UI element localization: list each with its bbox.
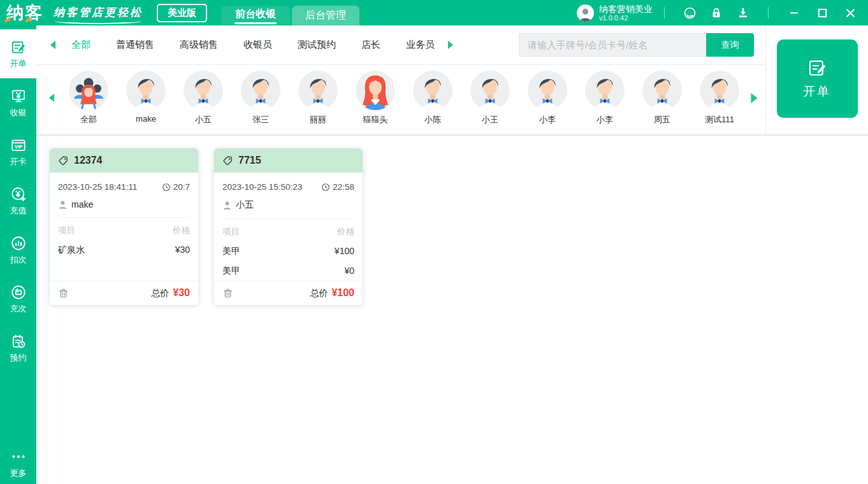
filter-scroll-right-icon[interactable] [446,39,456,51]
filter-tab-senior-sales[interactable]: 高级销售 [180,39,218,51]
filter-tab-salesman[interactable]: 业务员 [406,39,435,51]
slogan-text: 纳客管店更轻松 [54,5,143,21]
staff-name: 小陈 [424,114,441,125]
staff-filter-item[interactable]: 小陈 [404,71,461,125]
staff-name: 周五 [654,114,670,125]
sidebar-item-refill-count[interactable]: 充次 [0,274,36,324]
staff-name: make [136,114,156,124]
staff-filter-item[interactable]: 猫猫头 [347,71,404,125]
sidebar-label: 预约 [10,352,27,364]
order-card-header: 7715 [214,148,363,173]
staff-filter-item[interactable]: 小王 [461,71,519,125]
total-amount: ¥30 [173,287,190,299]
staff-avatar [126,71,166,110]
lock-icon[interactable] [703,0,730,25]
filter-tab-manager[interactable]: 店长 [361,39,380,51]
sidebar-label: 更多 [10,467,27,479]
sidebar-label: 充值 [10,205,27,217]
edition-badge[interactable]: 美业版 [157,4,207,22]
item-name: 美甲 [222,246,240,257]
order-doc-pen-icon [10,39,27,55]
tab-label: 后台管理 [305,9,346,22]
order-tag-number: 12374 [74,155,103,166]
delete-order-button[interactable] [222,288,233,299]
filter-tab-all[interactable]: 全部 [71,39,90,51]
close-icon[interactable] [836,0,864,25]
trash-icon [222,288,233,299]
titlebar-right: 纳客营销美业 v1.0.0.42 [577,0,868,25]
order-staff-row: 小五 [222,199,354,211]
order-duration-wrap: 22:58 [321,182,354,192]
filter-tab-normal-sales[interactable]: 普通销售 [116,39,154,51]
tab-label: 前台收银 [235,8,276,21]
account-avatar[interactable] [577,4,594,22]
open-order-card[interactable]: 12374 2023-10-25 18:41:11 20:7 make [50,148,198,305]
staff-filter-item[interactable]: 测试111 [691,71,745,125]
column-price-label: 价格 [173,225,190,236]
header-zone: 全部 普通销售 高级销售 收银员 测试预约 店长 业务员 查询 [36,25,868,136]
filter-tab-test-booking[interactable]: 测试预约 [298,39,336,51]
staff-filter-item[interactable]: 丽丽 [289,71,347,125]
tab-front-cashier[interactable]: 前台收银 [221,6,290,25]
delete-order-button[interactable] [58,288,69,299]
window-controls [780,0,864,25]
staff-avatar [470,71,510,110]
filter-scroll-left-icon[interactable] [48,39,57,51]
search-input[interactable] [519,33,706,57]
staff-filter-item[interactable]: make [117,71,175,125]
sidebar-item-vip-card[interactable]: VIP 开卡 [0,127,36,176]
order-meta-row: 2023-10-25 18:41:11 20:7 [58,182,190,192]
filter-tab-cashier[interactable]: 收银员 [243,39,272,51]
new-order-button[interactable]: 开单 [777,39,858,118]
staff-name: 小王 [482,114,498,125]
order-card-header: 12374 [50,148,198,173]
open-order-card[interactable]: 7715 2023-10-25 15:50:23 22:58 小五 [214,148,363,305]
new-order-panel: 开单 [765,25,868,134]
staff-avatar [413,71,452,110]
tab-active-underline [235,22,277,24]
order-card-footer: 总价 ¥30 [50,281,198,305]
sidebar-item-recharge[interactable]: 充值 [0,176,36,225]
staff-filter-item[interactable]: 小李 [576,71,633,125]
new-order-label: 开单 [803,83,831,100]
item-price: ¥30 [175,245,190,256]
filter-toolbar: 全部 普通销售 高级销售 收银员 测试预约 店长 业务员 查询 [36,25,765,65]
staff-avatar [241,71,280,110]
search-button[interactable]: 查询 [706,33,754,57]
tab-back-admin[interactable]: 后台管理 [292,6,359,25]
total-label: 总价 [310,288,328,299]
staff-name: 丽丽 [310,114,326,125]
minimize-icon[interactable] [780,0,808,25]
maximize-icon[interactable] [808,0,836,25]
staff-filter-item[interactable]: 小五 [175,71,232,125]
person-icon [222,201,232,210]
sidebar-item-open-order[interactable]: 开单 [0,29,36,78]
order-list: 12374 2023-10-25 18:41:11 20:7 make [36,136,868,305]
order-total-wrap: 总价 ¥30 [151,287,190,299]
order-datetime: 2023-10-25 18:41:11 [58,182,137,192]
item-price: ¥0 [344,266,354,277]
staff-filter-item[interactable]: 张三 [232,71,289,125]
staff-avatar [700,71,739,110]
item-name: 美甲 [222,266,240,277]
order-duration-wrap: 20:7 [162,182,190,192]
staff-filter-item[interactable]: 小李 [519,71,576,125]
order-staff-name: make [71,199,93,210]
item-name: 矿泉水 [58,245,85,256]
sidebar-item-cashier[interactable]: 收银 [0,78,36,127]
order-columns-row: 项目 价格 [222,226,354,238]
staff-filter-item[interactable]: 周五 [633,71,691,125]
titlebar: 纳客 纳客管店更轻松 美业版 前台收银 后台管理 纳客营销美业 v1.0.0.4 [0,0,868,25]
sidebar-item-deduct-count[interactable]: 扣次 [0,225,36,274]
total-label: 总价 [151,288,169,299]
staff-scroll-left-icon[interactable] [47,92,56,104]
clock-icon [162,183,171,192]
support-icon[interactable] [676,0,703,25]
sidebar-item-booking[interactable]: 预约 [0,324,36,373]
sidebar-label: 收银 [10,107,27,118]
staff-scroll-right-icon[interactable] [749,91,760,105]
total-amount: ¥100 [331,287,354,299]
sidebar-item-more[interactable]: 更多 [0,445,36,483]
staff-filter-item[interactable]: 全部 [60,71,117,125]
download-icon[interactable] [730,0,756,25]
